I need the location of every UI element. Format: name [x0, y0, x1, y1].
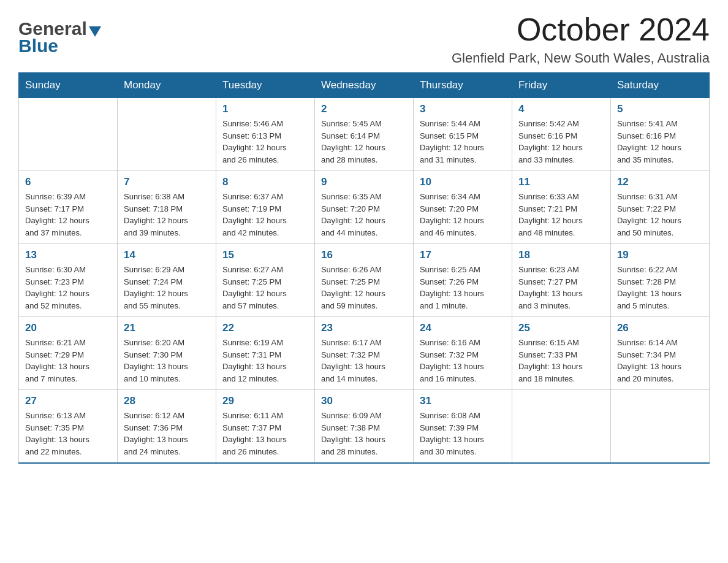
- calendar-cell: 19Sunrise: 6:22 AMSunset: 7:28 PMDayligh…: [610, 244, 709, 317]
- page-header: General Blue October 2024 Glenfield Park…: [18, 12, 710, 66]
- day-number: 3: [420, 103, 506, 115]
- day-number: 6: [25, 176, 111, 188]
- day-info: Sunrise: 6:34 AMSunset: 7:20 PMDaylight:…: [420, 191, 506, 239]
- calendar-cell: [610, 390, 709, 464]
- day-number: 31: [420, 395, 506, 407]
- calendar-cell: 3Sunrise: 5:44 AMSunset: 6:15 PMDaylight…: [413, 98, 512, 171]
- day-number: 26: [617, 322, 703, 334]
- calendar-cell: 23Sunrise: 6:17 AMSunset: 7:32 PMDayligh…: [314, 317, 413, 390]
- calendar-cell: 15Sunrise: 6:27 AMSunset: 7:25 PMDayligh…: [216, 244, 314, 317]
- calendar-cell: 25Sunrise: 6:15 AMSunset: 7:33 PMDayligh…: [512, 317, 610, 390]
- day-info: Sunrise: 5:44 AMSunset: 6:15 PMDaylight:…: [420, 118, 506, 166]
- day-info: Sunrise: 6:37 AMSunset: 7:19 PMDaylight:…: [222, 191, 308, 239]
- day-info: Sunrise: 5:41 AMSunset: 6:16 PMDaylight:…: [617, 118, 703, 166]
- day-info: Sunrise: 6:23 AMSunset: 7:27 PMDaylight:…: [518, 264, 604, 312]
- calendar-cell: 24Sunrise: 6:16 AMSunset: 7:32 PMDayligh…: [413, 317, 512, 390]
- calendar-cell: 31Sunrise: 6:08 AMSunset: 7:39 PMDayligh…: [413, 390, 512, 464]
- calendar-cell: 13Sunrise: 6:30 AMSunset: 7:23 PMDayligh…: [19, 244, 118, 317]
- calendar-cell: [512, 390, 610, 464]
- logo: General Blue: [18, 12, 101, 56]
- day-info: Sunrise: 6:20 AMSunset: 7:30 PMDaylight:…: [124, 337, 210, 385]
- weekday-header-thursday: Thursday: [413, 73, 512, 98]
- day-number: 7: [124, 176, 210, 188]
- day-number: 12: [617, 176, 703, 188]
- day-number: 21: [124, 322, 210, 334]
- day-number: 13: [25, 249, 111, 261]
- calendar-cell: [19, 98, 118, 171]
- day-number: 17: [420, 249, 506, 261]
- day-info: Sunrise: 6:17 AMSunset: 7:32 PMDaylight:…: [321, 337, 407, 385]
- day-info: Sunrise: 6:29 AMSunset: 7:24 PMDaylight:…: [124, 264, 210, 312]
- day-number: 24: [420, 322, 506, 334]
- day-info: Sunrise: 6:16 AMSunset: 7:32 PMDaylight:…: [420, 337, 506, 385]
- day-number: 9: [321, 176, 407, 188]
- calendar-cell: 16Sunrise: 6:26 AMSunset: 7:25 PMDayligh…: [314, 244, 413, 317]
- day-number: 23: [321, 322, 407, 334]
- day-info: Sunrise: 6:35 AMSunset: 7:20 PMDaylight:…: [321, 191, 407, 239]
- day-info: Sunrise: 6:14 AMSunset: 7:34 PMDaylight:…: [617, 337, 703, 385]
- month-title: October 2024: [452, 12, 710, 47]
- calendar-cell: 10Sunrise: 6:34 AMSunset: 7:20 PMDayligh…: [413, 171, 512, 244]
- day-number: 18: [518, 249, 604, 261]
- day-number: 27: [25, 395, 111, 407]
- weekday-header-sunday: Sunday: [19, 73, 118, 98]
- calendar-cell: [117, 98, 216, 171]
- title-area: October 2024 Glenfield Park, New South W…: [452, 12, 710, 66]
- day-info: Sunrise: 5:42 AMSunset: 6:16 PMDaylight:…: [518, 118, 604, 166]
- day-number: 8: [222, 176, 308, 188]
- calendar-cell: 29Sunrise: 6:11 AMSunset: 7:37 PMDayligh…: [216, 390, 314, 464]
- day-info: Sunrise: 6:15 AMSunset: 7:33 PMDaylight:…: [518, 337, 604, 385]
- weekday-header-tuesday: Tuesday: [216, 73, 314, 98]
- calendar-cell: 4Sunrise: 5:42 AMSunset: 6:16 PMDaylight…: [512, 98, 610, 171]
- calendar-cell: 6Sunrise: 6:39 AMSunset: 7:17 PMDaylight…: [19, 171, 118, 244]
- day-info: Sunrise: 6:19 AMSunset: 7:31 PMDaylight:…: [222, 337, 308, 385]
- week-row-3: 13Sunrise: 6:30 AMSunset: 7:23 PMDayligh…: [19, 244, 710, 317]
- day-info: Sunrise: 6:39 AMSunset: 7:17 PMDaylight:…: [25, 191, 111, 239]
- weekday-header-wednesday: Wednesday: [314, 73, 413, 98]
- day-info: Sunrise: 6:26 AMSunset: 7:25 PMDaylight:…: [321, 264, 407, 312]
- week-row-5: 27Sunrise: 6:13 AMSunset: 7:35 PMDayligh…: [19, 390, 710, 464]
- weekday-header-saturday: Saturday: [610, 73, 709, 98]
- day-number: 1: [222, 103, 308, 115]
- week-row-1: 1Sunrise: 5:46 AMSunset: 6:13 PMDaylight…: [19, 98, 710, 171]
- calendar-cell: 7Sunrise: 6:38 AMSunset: 7:18 PMDaylight…: [117, 171, 216, 244]
- day-info: Sunrise: 6:12 AMSunset: 7:36 PMDaylight:…: [124, 410, 210, 458]
- calendar-cell: 5Sunrise: 5:41 AMSunset: 6:16 PMDaylight…: [610, 98, 709, 171]
- calendar-cell: 11Sunrise: 6:33 AMSunset: 7:21 PMDayligh…: [512, 171, 610, 244]
- day-info: Sunrise: 6:08 AMSunset: 7:39 PMDaylight:…: [420, 410, 506, 458]
- calendar-cell: 9Sunrise: 6:35 AMSunset: 7:20 PMDaylight…: [314, 171, 413, 244]
- week-row-4: 20Sunrise: 6:21 AMSunset: 7:29 PMDayligh…: [19, 317, 710, 390]
- day-number: 19: [617, 249, 703, 261]
- day-number: 10: [420, 176, 506, 188]
- day-number: 4: [518, 103, 604, 115]
- weekday-header-friday: Friday: [512, 73, 610, 98]
- week-row-2: 6Sunrise: 6:39 AMSunset: 7:17 PMDaylight…: [19, 171, 710, 244]
- day-number: 28: [124, 395, 210, 407]
- calendar-cell: 8Sunrise: 6:37 AMSunset: 7:19 PMDaylight…: [216, 171, 314, 244]
- day-number: 11: [518, 176, 604, 188]
- day-info: Sunrise: 5:45 AMSunset: 6:14 PMDaylight:…: [321, 118, 407, 166]
- day-info: Sunrise: 5:46 AMSunset: 6:13 PMDaylight:…: [222, 118, 308, 166]
- calendar-cell: 2Sunrise: 5:45 AMSunset: 6:14 PMDaylight…: [314, 98, 413, 171]
- logo-arrow-icon: [89, 26, 101, 37]
- calendar-cell: 14Sunrise: 6:29 AMSunset: 7:24 PMDayligh…: [117, 244, 216, 317]
- logo-blue-text: Blue: [18, 36, 101, 56]
- day-number: 15: [222, 249, 308, 261]
- day-number: 20: [25, 322, 111, 334]
- weekday-header-monday: Monday: [117, 73, 216, 98]
- calendar-cell: 17Sunrise: 6:25 AMSunset: 7:26 PMDayligh…: [413, 244, 512, 317]
- calendar-cell: 1Sunrise: 5:46 AMSunset: 6:13 PMDaylight…: [216, 98, 314, 171]
- day-info: Sunrise: 6:30 AMSunset: 7:23 PMDaylight:…: [25, 264, 111, 312]
- day-info: Sunrise: 6:21 AMSunset: 7:29 PMDaylight:…: [25, 337, 111, 385]
- day-info: Sunrise: 6:09 AMSunset: 7:38 PMDaylight:…: [321, 410, 407, 458]
- day-info: Sunrise: 6:25 AMSunset: 7:26 PMDaylight:…: [420, 264, 506, 312]
- day-info: Sunrise: 6:38 AMSunset: 7:18 PMDaylight:…: [124, 191, 210, 239]
- calendar-cell: 20Sunrise: 6:21 AMSunset: 7:29 PMDayligh…: [19, 317, 118, 390]
- day-info: Sunrise: 6:27 AMSunset: 7:25 PMDaylight:…: [222, 264, 308, 312]
- location-title: Glenfield Park, New South Wales, Austral…: [452, 50, 710, 66]
- calendar-cell: 27Sunrise: 6:13 AMSunset: 7:35 PMDayligh…: [19, 390, 118, 464]
- day-number: 14: [124, 249, 210, 261]
- calendar-cell: 18Sunrise: 6:23 AMSunset: 7:27 PMDayligh…: [512, 244, 610, 317]
- day-info: Sunrise: 6:22 AMSunset: 7:28 PMDaylight:…: [617, 264, 703, 312]
- day-info: Sunrise: 6:31 AMSunset: 7:22 PMDaylight:…: [617, 191, 703, 239]
